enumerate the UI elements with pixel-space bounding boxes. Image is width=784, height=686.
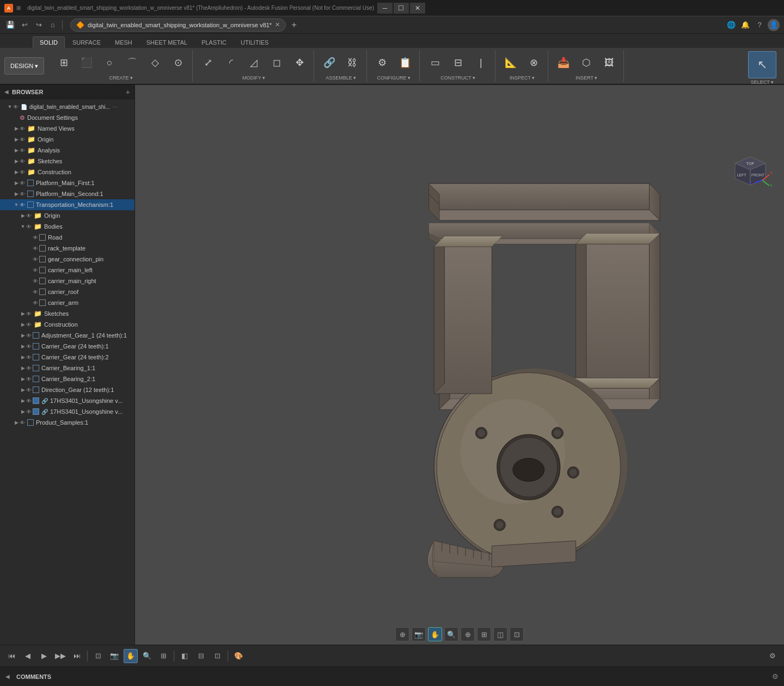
tb-settings-btn[interactable]: ⚙	[765, 649, 780, 663]
tab-plastic[interactable]: PLASTIC	[195, 37, 233, 48]
viewport[interactable]: TOP LEFT FRONT X Y Z ⊕ 📷	[135, 85, 784, 645]
undo-button[interactable]: ↩	[19, 19, 30, 31]
midplane-button[interactable]: ⊟	[447, 51, 469, 74]
tree-sketches-sub[interactable]: ▶ 👁 📁 Sketches	[0, 308, 134, 319]
tree-platform-first[interactable]: ▶ 👁 Platform_Main_First:1	[0, 177, 134, 188]
measure-button[interactable]: 📐	[500, 51, 522, 74]
tb-btn-7[interactable]: ⊡	[210, 649, 224, 663]
decal-button[interactable]: 🖼	[598, 51, 620, 74]
inspect-label[interactable]: INSPECT ▾	[510, 75, 535, 81]
tb-btn-5[interactable]: ◧	[177, 649, 192, 663]
insert-label[interactable]: INSERT ▾	[575, 75, 597, 81]
help-icon[interactable]: ?	[754, 19, 765, 31]
browser-expand-button[interactable]: +	[126, 88, 130, 96]
tb-btn-pan[interactable]: ✋	[124, 649, 138, 663]
offset-plane-button[interactable]: ▭	[424, 51, 446, 74]
tree-carrier-gear-1[interactable]: ▶ 👁 Carrier_Gear (24 teeth):1	[0, 341, 134, 352]
tree-origin-sub[interactable]: ▶ 👁 📁 Origin	[0, 210, 134, 221]
tree-product-samples[interactable]: ▶ 👁 Product_Samples:1	[0, 417, 134, 428]
grid-display-button[interactable]: ⊞	[477, 627, 491, 641]
tree-road[interactable]: 👁 Road	[0, 232, 134, 243]
assemble-label[interactable]: ASSEMBLE ▾	[326, 75, 356, 81]
tree-adj-gear[interactable]: ▶ 👁 Adjustment_Gear_1 (24 teeth):1	[0, 330, 134, 341]
shell-button[interactable]: ◻	[266, 51, 287, 74]
tree-gear-pin[interactable]: 👁 gear_connection_pin	[0, 254, 134, 265]
select-button[interactable]: ↖	[748, 51, 776, 78]
tree-construction-sub[interactable]: ▶ 👁 📁 Construction	[0, 319, 134, 330]
design-mode-button[interactable]: DESIGN ▾	[4, 57, 44, 75]
user-icon[interactable]: 👤	[768, 19, 780, 31]
create-label[interactable]: CREATE ▾	[109, 75, 133, 81]
tree-analysis[interactable]: ▶ 👁 📁 Analysis	[0, 145, 134, 156]
tab-sheet-metal[interactable]: SHEET METAL	[140, 37, 194, 48]
home-button[interactable]: ⌂	[47, 19, 59, 31]
press-pull-button[interactable]: ⤢	[197, 51, 219, 74]
zoom-window-button[interactable]: 🔍	[444, 627, 458, 641]
tree-carrier-roof[interactable]: 👁 carrier_roof	[0, 286, 134, 297]
modify-label[interactable]: MODIFY ▾	[242, 75, 265, 81]
tree-transport-mech[interactable]: ▼ 👁 Transportation_Mechanism:1	[0, 199, 134, 210]
save-button[interactable]: 💾	[4, 19, 16, 31]
tree-carrier-gear-2[interactable]: ▶ 👁 Carrier_Gear (24 teeth):2	[0, 352, 134, 363]
tree-rack-template[interactable]: 👁 rack_template	[0, 243, 134, 254]
tree-named-views[interactable]: ▶ 👁 📁 Named Views	[0, 123, 134, 134]
tree-root-item[interactable]: ▼ 👁 📄 digital_twin_enabled_smart_shi... …	[0, 101, 134, 112]
playback-play-button[interactable]: ▶	[37, 649, 51, 663]
pan-button[interactable]: ✋	[428, 627, 442, 641]
tab-solid[interactable]: SOLID	[33, 36, 65, 48]
sweep-button[interactable]: ⌒	[121, 51, 143, 74]
tree-carrier-arm[interactable]: 👁 carrier_arm	[0, 297, 134, 308]
tb-btn-2[interactable]: 📷	[107, 649, 121, 663]
move-button[interactable]: ✥	[289, 51, 310, 74]
tree-construction-top[interactable]: ▶ 👁 📁 Construction	[0, 167, 134, 177]
document-tab[interactable]: 🔶 digital_twin_enabled_smart_shipping_wo…	[70, 19, 286, 32]
construct-label[interactable]: CONSTRUCT ▾	[440, 75, 475, 81]
restore-button[interactable]: ☐	[394, 3, 409, 14]
tree-stepper-2[interactable]: ▶ 👁 🔗 17HS3401_Usongshine v...	[0, 406, 134, 417]
loft-button[interactable]: ◇	[144, 51, 166, 74]
tree-origin-top[interactable]: ▶ 👁 📁 Origin	[0, 134, 134, 145]
fit-view-button[interactable]: ⊕	[395, 627, 409, 641]
tree-stepper-1[interactable]: ▶ 👁 🔗 17HS3401_Usongshine v...	[0, 395, 134, 406]
tree-root-options-icon[interactable]: ⋯	[112, 104, 118, 110]
playback-prev-button[interactable]: ◀	[21, 649, 35, 663]
minimize-button[interactable]: ─	[377, 3, 393, 14]
joint-button[interactable]: 🔗	[318, 51, 340, 74]
tb-btn-1[interactable]: ⊡	[91, 649, 105, 663]
tb-btn-3[interactable]: 🔍	[140, 649, 154, 663]
tab-close-button[interactable]: ✕	[275, 21, 280, 28]
tree-direction-gear[interactable]: ▶ 👁 Direction_Gear (12 teeth):1	[0, 384, 134, 395]
axis-button[interactable]: |	[470, 51, 492, 74]
interference-button[interactable]: ⊗	[523, 51, 544, 74]
hole-button[interactable]: ⊙	[167, 51, 189, 74]
tb-btn-4[interactable]: ⊞	[156, 649, 170, 663]
tree-carrier-bearing-1[interactable]: ▶ 👁 Carrier_Bearing_1:1	[0, 363, 134, 373]
configure-label[interactable]: CONFIGURE ▾	[377, 75, 411, 81]
tree-bodies[interactable]: ▼ 👁 📁 Bodies	[0, 221, 134, 232]
insert-svg-button[interactable]: 📥	[553, 51, 574, 74]
redo-button[interactable]: ↪	[33, 19, 45, 31]
revolve-button[interactable]: ○	[99, 51, 120, 74]
close-button[interactable]: ✕	[410, 3, 425, 14]
tree-doc-settings[interactable]: ⚙ Document Settings	[0, 112, 134, 123]
extrude-button[interactable]: ⬛	[76, 51, 97, 74]
tree-sketches-top[interactable]: ▶ 👁 📁 Sketches	[0, 156, 134, 167]
zoom-fit-button[interactable]: ⊕	[461, 627, 475, 641]
comments-settings-icon[interactable]: ⚙	[772, 672, 779, 681]
tree-platform-second[interactable]: ▶ 👁 Platform_Main_Second:1	[0, 188, 134, 199]
environment-button[interactable]: ⊡	[510, 627, 524, 641]
configure-btn2[interactable]: 📋	[394, 51, 416, 74]
as-built-joint-button[interactable]: ⛓	[341, 51, 363, 74]
online-status-icon[interactable]: 🌐	[725, 19, 737, 31]
new-tab-button[interactable]: +	[288, 19, 300, 31]
configure-btn[interactable]: ⚙	[371, 51, 393, 74]
appearance-button[interactable]: ◫	[493, 627, 507, 641]
tab-utilities[interactable]: UTILITIES	[234, 37, 275, 48]
fillet-button[interactable]: ◜	[220, 51, 242, 74]
tab-surface[interactable]: SURFACE	[66, 37, 107, 48]
tree-carrier-left[interactable]: 👁 carrier_main_left	[0, 265, 134, 275]
playback-end-button[interactable]: ⏭	[70, 649, 84, 663]
select-label[interactable]: SELECT ▾	[751, 79, 774, 85]
new-component-button[interactable]: ⊞	[53, 51, 75, 74]
insert-mesh-button[interactable]: ⬡	[575, 51, 597, 74]
